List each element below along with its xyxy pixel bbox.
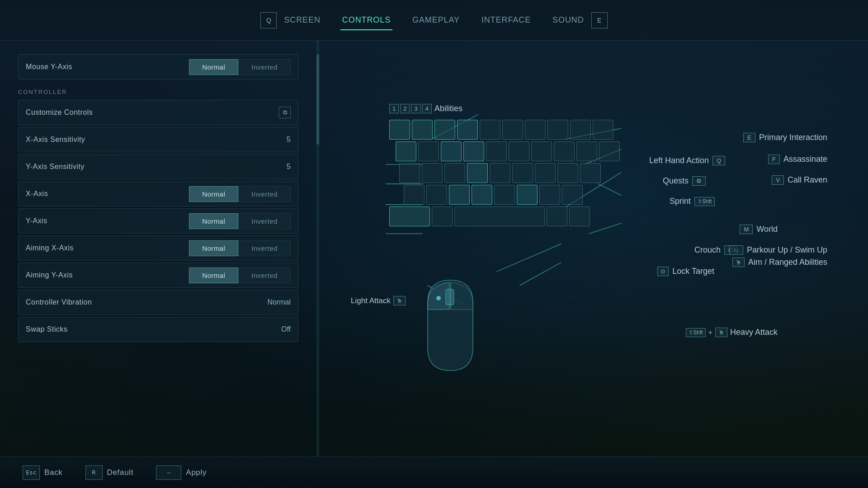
back-action[interactable]: Esc Back	[23, 465, 63, 480]
left-hand-action-label: Left Hand Action	[649, 156, 709, 165]
assassinate-key: F	[768, 155, 780, 164]
primary-interaction-label: Primary Interaction	[759, 133, 827, 142]
aiming-x-axis-label: Aiming X-Axis	[26, 244, 189, 252]
key-e	[441, 141, 462, 161]
aiming-x-axis-toggle[interactable]: Normal Inverted	[189, 240, 291, 256]
key-x	[426, 185, 447, 205]
key-space	[454, 206, 545, 226]
x-axis-inverted-btn[interactable]: Inverted	[238, 186, 291, 202]
sprint-group: Sprint ⇧Shft	[670, 197, 715, 206]
controller-vibration-label: Controller Vibration	[26, 298, 267, 306]
tab-gameplay[interactable]: Gameplay	[410, 12, 462, 28]
key-5	[480, 120, 500, 140]
tab-screen[interactable]: Screen	[282, 12, 322, 28]
key-q	[396, 141, 416, 161]
key-space-right	[547, 206, 567, 226]
x-axis-sensitivity-value: 5	[287, 136, 291, 144]
key-m	[517, 185, 538, 205]
key-y	[509, 141, 529, 161]
key-l	[580, 163, 601, 183]
world-key: M	[740, 225, 753, 234]
key-f	[467, 163, 488, 183]
svg-line-12	[496, 244, 561, 272]
tab-sound[interactable]: Sound	[551, 12, 586, 28]
key-o	[576, 141, 597, 161]
assassinate-group: F Assassinate	[768, 155, 827, 164]
left-hand-action-key: Q	[712, 156, 725, 165]
x-axis-toggle[interactable]: Normal Inverted	[189, 186, 291, 202]
key-comma	[539, 185, 560, 205]
back-label: Back	[44, 468, 63, 477]
quests-group: Quests ⚙	[663, 176, 706, 186]
top-navigation: Q Screen Controls Gameplay Interface Sou…	[0, 0, 868, 41]
mouse-y-axis-row: Mouse Y-Axis Normal Inverted	[18, 54, 298, 80]
y-axis-sensitivity-value: 5	[287, 163, 291, 171]
aiming-y-axis-toggle[interactable]: Normal Inverted	[189, 267, 291, 283]
key-v	[472, 185, 492, 205]
key-8	[547, 120, 568, 140]
world-group: M World	[740, 225, 778, 234]
y-axis-label: Y-Axis	[26, 217, 189, 225]
key-b	[494, 185, 515, 205]
heavy-attack-plus: +	[708, 328, 712, 337]
parkour-group: ↑↓ Parkour Up / Swim Up	[729, 245, 827, 255]
y-axis-inverted-btn[interactable]: Inverted	[238, 213, 291, 229]
light-attack-label: Light Attack	[351, 296, 391, 305]
x-axis-normal-btn[interactable]: Normal	[189, 186, 238, 202]
customize-controls-row[interactable]: Customize Controls ⧉	[18, 100, 298, 125]
aiming-y-normal-btn[interactable]: Normal	[189, 267, 238, 283]
world-label: World	[756, 225, 778, 234]
key-1	[389, 120, 410, 140]
key-2	[412, 120, 433, 140]
apply-action[interactable]: — Apply	[156, 465, 207, 480]
quests-label: Quests	[663, 176, 689, 186]
light-attack-key: 🖱	[393, 296, 406, 305]
x-axis-row: X-Axis Normal Inverted	[18, 181, 298, 206]
call-raven-key: V	[772, 175, 784, 185]
default-action[interactable]: R Default	[85, 465, 134, 480]
aiming-y-inverted-btn[interactable]: Inverted	[238, 267, 291, 283]
x-axis-sensitivity-row: X-Axis Sensitivity 5	[18, 127, 298, 152]
mouse-y-axis-toggle[interactable]: Normal Inverted	[189, 59, 291, 75]
swap-sticks-label: Swap Sticks	[26, 325, 281, 333]
key-u	[531, 141, 552, 161]
x-axis-sensitivity-label: X-Axis Sensitivity	[26, 136, 287, 144]
mouse-diagram: Light Attack 🖱	[410, 276, 491, 377]
swap-sticks-value: Off	[281, 325, 291, 333]
r-key: R	[85, 465, 103, 480]
key-7	[525, 120, 546, 140]
y-axis-sensitivity-row: Y-Axis Sensitivity 5	[18, 154, 298, 179]
tab-interface[interactable]: Interface	[480, 12, 533, 28]
key-h	[512, 163, 533, 183]
customize-controls-label: Customize Controls	[26, 108, 279, 117]
key-g	[490, 163, 510, 183]
lock-target-label: Lock Target	[672, 267, 714, 276]
aiming-x-inverted-btn[interactable]: Inverted	[238, 240, 291, 256]
settings-panel: Mouse Y-Axis Normal Inverted CONTROLLER …	[0, 41, 316, 456]
apply-key: —	[156, 465, 181, 480]
y-axis-toggle[interactable]: Normal Inverted	[189, 213, 291, 229]
q-key-nav: Q	[260, 12, 277, 28]
key-6	[502, 120, 523, 140]
key-4	[457, 120, 478, 140]
heavy-attack-modifier: ⇧Shft	[686, 328, 705, 337]
controller-vibration-value: Normal	[267, 298, 291, 306]
key-t	[486, 141, 507, 161]
tab-controls[interactable]: Controls	[340, 12, 392, 28]
key-alt	[569, 206, 590, 226]
aim-ranged-key: 🖱	[732, 258, 745, 267]
sprint-key: ⇧Shft	[694, 197, 715, 206]
key-badge-2: 2	[400, 104, 410, 113]
key-r	[463, 141, 484, 161]
key-d	[444, 163, 465, 183]
call-raven-label: Call Raven	[788, 175, 827, 185]
parkour-label: Parkour Up / Swim Up	[747, 245, 827, 255]
mouse-y-axis-normal-btn[interactable]: Normal	[189, 59, 238, 75]
key-z	[404, 185, 425, 205]
y-axis-normal-btn[interactable]: Normal	[189, 213, 238, 229]
aiming-x-normal-btn[interactable]: Normal	[189, 240, 238, 256]
aim-ranged-label: Aim / Ranged Abilities	[748, 258, 827, 267]
key-badge-3: 3	[411, 104, 420, 113]
aiming-y-axis-row: Aiming Y-Axis Normal Inverted	[18, 263, 298, 288]
mouse-y-axis-inverted-btn[interactable]: Inverted	[238, 59, 291, 75]
